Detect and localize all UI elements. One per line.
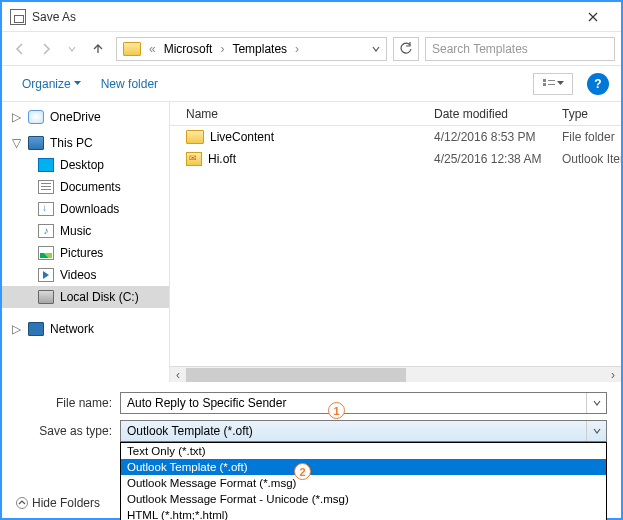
down-icon bbox=[38, 202, 54, 216]
type-option[interactable]: Outlook Message Format - Unicode (*.msg) bbox=[121, 491, 606, 507]
refresh-button[interactable] bbox=[393, 37, 419, 61]
svg-rect-0 bbox=[543, 79, 546, 82]
close-icon bbox=[588, 12, 598, 22]
chevron-up-icon bbox=[16, 497, 28, 509]
svg-rect-2 bbox=[543, 83, 546, 86]
new-folder-button[interactable]: New folder bbox=[93, 73, 166, 95]
scroll-right[interactable]: › bbox=[605, 367, 621, 383]
column-headers: Name Date modified Type bbox=[170, 102, 621, 126]
window-title: Save As bbox=[32, 10, 573, 24]
up-arrow-icon bbox=[91, 42, 105, 56]
chevron-down-icon bbox=[74, 80, 81, 87]
file-row[interactable]: Hi.oft4/25/2016 12:38 AMOutlook Item bbox=[170, 148, 621, 170]
up-button[interactable] bbox=[86, 37, 110, 61]
help-button[interactable]: ? bbox=[587, 73, 609, 95]
tree-item-pictures[interactable]: Pictures bbox=[2, 242, 169, 264]
tree-item-onedrive[interactable]: ▷OneDrive bbox=[2, 106, 169, 128]
chevron-down-icon bbox=[557, 80, 564, 87]
tree-item-label: Downloads bbox=[60, 202, 119, 216]
hide-folders-button[interactable]: Hide Folders bbox=[16, 496, 100, 510]
tree-item-label: Videos bbox=[60, 268, 96, 282]
cloud-icon bbox=[28, 110, 44, 124]
toolbar: Organize New folder ? bbox=[2, 66, 621, 102]
forward-arrow-icon bbox=[39, 42, 53, 56]
tree-item-label: Documents bbox=[60, 180, 121, 194]
file-name: LiveContent bbox=[210, 130, 274, 144]
pic-icon bbox=[38, 246, 54, 260]
save-as-dialog: Save As « Microsoft › Templates › Search… bbox=[0, 0, 623, 520]
breadcrumb-sep: « bbox=[145, 42, 160, 56]
tree-item-downloads[interactable]: Downloads bbox=[2, 198, 169, 220]
breadcrumb-microsoft[interactable]: Microsoft bbox=[160, 40, 217, 58]
tree-expander[interactable]: ▷ bbox=[12, 110, 22, 124]
file-type: Outlook Item bbox=[562, 152, 621, 166]
tree-item-local-disk-c-[interactable]: Local Disk (C:) bbox=[2, 286, 169, 308]
oft-file-icon bbox=[186, 152, 202, 166]
back-arrow-icon bbox=[13, 42, 27, 56]
search-placeholder: Search Templates bbox=[432, 42, 528, 56]
type-option[interactable]: Outlook Message Format (*.msg) bbox=[121, 475, 606, 491]
type-option[interactable]: Text Only (*.txt) bbox=[121, 443, 606, 459]
breadcrumb-sep: › bbox=[291, 42, 303, 56]
vid-icon bbox=[38, 268, 54, 282]
file-name: Hi.oft bbox=[208, 152, 236, 166]
tree-item-this-pc[interactable]: ▽This PC bbox=[2, 132, 169, 154]
pc-icon bbox=[28, 136, 44, 150]
search-input[interactable]: Search Templates bbox=[425, 37, 615, 61]
saveastype-dropdown-arrow[interactable] bbox=[586, 421, 606, 441]
address-dropdown[interactable] bbox=[368, 45, 384, 53]
col-type[interactable]: Type bbox=[562, 107, 621, 121]
type-option[interactable]: HTML (*.htm;*.html) bbox=[121, 507, 606, 520]
view-options-button[interactable] bbox=[533, 73, 573, 95]
file-date: 4/25/2016 12:38 AM bbox=[434, 152, 562, 166]
horizontal-scrollbar[interactable]: ‹ › bbox=[170, 366, 621, 382]
chevron-down-icon bbox=[593, 427, 601, 435]
tree-item-desktop[interactable]: Desktop bbox=[2, 154, 169, 176]
file-row[interactable]: LiveContent4/12/2016 8:53 PMFile folder bbox=[170, 126, 621, 148]
col-name[interactable]: Name bbox=[186, 107, 434, 121]
type-option[interactable]: Outlook Template (*.oft) bbox=[121, 459, 606, 475]
tree-item-videos[interactable]: Videos bbox=[2, 264, 169, 286]
saveastype-dropdown: Text Only (*.txt)Outlook Template (*.oft… bbox=[120, 442, 607, 520]
scroll-thumb[interactable] bbox=[186, 368, 406, 382]
forward-button[interactable] bbox=[34, 37, 58, 61]
breadcrumb-templates[interactable]: Templates bbox=[228, 40, 291, 58]
filename-input[interactable]: Auto Reply to Specific Sender bbox=[120, 392, 607, 414]
navigation-tree: ▷OneDrive▽This PCDesktopDocumentsDownloa… bbox=[2, 102, 170, 382]
breadcrumb-sep: › bbox=[216, 42, 228, 56]
scroll-left[interactable]: ‹ bbox=[170, 367, 186, 383]
filename-dropdown[interactable] bbox=[586, 393, 606, 413]
back-button[interactable] bbox=[8, 37, 32, 61]
tree-item-music[interactable]: ♪Music bbox=[2, 220, 169, 242]
organize-button[interactable]: Organize bbox=[14, 73, 89, 95]
address-bar[interactable]: « Microsoft › Templates › bbox=[116, 37, 387, 61]
close-button[interactable] bbox=[573, 3, 613, 31]
net-icon bbox=[28, 322, 44, 336]
recent-dropdown[interactable] bbox=[60, 37, 84, 61]
dialog-icon bbox=[10, 9, 26, 25]
titlebar: Save As bbox=[2, 2, 621, 32]
tree-item-label: This PC bbox=[50, 136, 93, 150]
tree-item-documents[interactable]: Documents bbox=[2, 176, 169, 198]
file-list: Name Date modified Type LiveContent4/12/… bbox=[170, 102, 621, 382]
tree-item-label: Local Disk (C:) bbox=[60, 290, 139, 304]
saveastype-label: Save as type: bbox=[16, 424, 120, 438]
svg-rect-3 bbox=[548, 84, 555, 85]
chevron-down-icon bbox=[68, 45, 76, 53]
navigation-bar: « Microsoft › Templates › Search Templat… bbox=[2, 32, 621, 66]
view-icon bbox=[543, 79, 555, 89]
tree-expander[interactable]: ▽ bbox=[12, 136, 22, 150]
tree-item-label: Music bbox=[60, 224, 91, 238]
col-date[interactable]: Date modified bbox=[434, 107, 562, 121]
saveastype-combo[interactable]: Outlook Template (*.oft) bbox=[120, 420, 607, 442]
file-type: File folder bbox=[562, 130, 621, 144]
svg-point-4 bbox=[17, 498, 28, 509]
refresh-icon bbox=[400, 42, 413, 55]
form-area: File name: Auto Reply to Specific Sender… bbox=[2, 382, 621, 442]
svg-rect-1 bbox=[548, 80, 555, 81]
tree-expander[interactable]: ▷ bbox=[12, 322, 22, 336]
file-date: 4/12/2016 8:53 PM bbox=[434, 130, 562, 144]
tree-item-label: OneDrive bbox=[50, 110, 101, 124]
disk-icon bbox=[38, 290, 54, 304]
tree-item-network[interactable]: ▷Network bbox=[2, 318, 169, 340]
